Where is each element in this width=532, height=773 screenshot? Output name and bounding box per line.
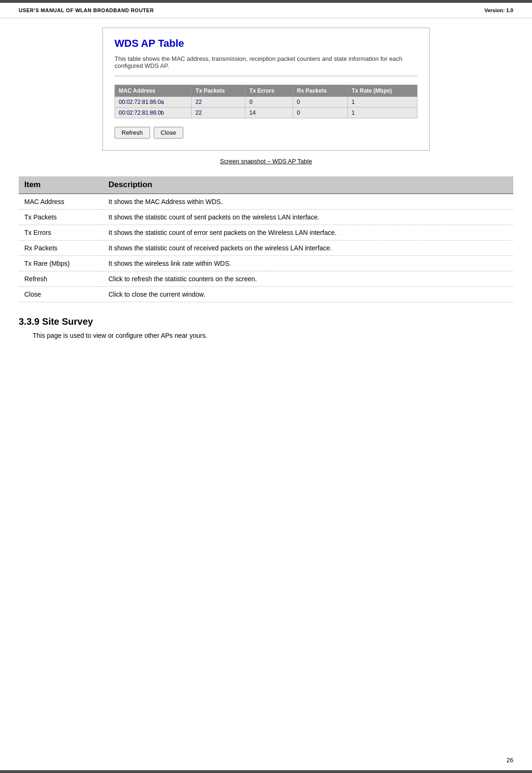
col-rx-packets: Rx Packets xyxy=(293,85,348,97)
desc-item-description: It shows the wireless link rate within W… xyxy=(103,256,513,271)
close-button[interactable]: Close xyxy=(154,127,183,139)
btn-group: Refresh Close xyxy=(115,127,417,139)
wds-table-header-row: MAC Address Tx Packets Tx Errors Rx Pack… xyxy=(115,85,417,97)
section-body: This page is used to view or configure o… xyxy=(33,332,513,339)
desc-item-name: Close xyxy=(19,287,103,302)
table-cell: 22 xyxy=(192,97,245,108)
desc-item-name: Tx Rare (Mbps) xyxy=(19,256,103,271)
desc-item-description: It shows the statistic count of received… xyxy=(103,241,513,256)
manual-title: USER'S MANUAL OF WLAN BROADBAND ROUTER xyxy=(19,7,154,13)
list-item: Tx Rare (Mbps)It shows the wireless link… xyxy=(19,256,513,271)
page-header: USER'S MANUAL OF WLAN BROADBAND ROUTER V… xyxy=(0,3,532,18)
bottom-bar xyxy=(0,770,532,773)
desc-item-name: Tx Packets xyxy=(19,210,103,225)
desc-table: Item Description MAC AddressIt shows the… xyxy=(19,176,513,302)
desc-item-name: Rx Packets xyxy=(19,241,103,256)
desc-col-description: Description xyxy=(103,176,513,194)
table-cell: 22 xyxy=(192,108,245,118)
desc-col-item: Item xyxy=(19,176,103,194)
desc-table-header-row: Item Description xyxy=(19,176,513,194)
list-item: Tx PacketsIt shows the statistic count o… xyxy=(19,210,513,225)
wds-table: MAC Address Tx Packets Tx Errors Rx Pack… xyxy=(115,85,417,118)
wds-panel-desc: This table shows the MAC address, transm… xyxy=(115,55,417,76)
desc-item-name: Tx Errors xyxy=(19,225,103,241)
table-cell: 0 xyxy=(293,108,348,118)
desc-item-name: MAC Address xyxy=(19,194,103,210)
table-cell: 1 xyxy=(348,97,417,108)
table-cell: 00:02:72:81:86:0a xyxy=(115,97,192,108)
table-cell: 0 xyxy=(293,97,348,108)
list-item: Rx PacketsIt shows the statistic count o… xyxy=(19,241,513,256)
col-tx-rate: Tx Rate (Mbps) xyxy=(348,85,417,97)
desc-item-description: Click to close the current window. xyxy=(103,287,513,302)
table-cell: 00:02:72:81:86:0b xyxy=(115,108,192,118)
table-cell: 0 xyxy=(245,97,293,108)
col-tx-packets: Tx Packets xyxy=(192,85,245,97)
list-item: CloseClick to close the current window. xyxy=(19,287,513,302)
desc-item-description: Click to refresh the statistic counters … xyxy=(103,271,513,287)
desc-item-description: It shows the MAC Address within WDS. xyxy=(103,194,513,210)
desc-item-description: It shows the statistic count of sent pac… xyxy=(103,210,513,225)
list-item: RefreshClick to refresh the statistic co… xyxy=(19,271,513,287)
version-label: Version: 1.0 xyxy=(484,7,513,13)
wds-panel-title: WDS AP Table xyxy=(115,37,417,50)
col-mac-address: MAC Address xyxy=(115,85,192,97)
list-item: Tx ErrorsIt shows the statistic count of… xyxy=(19,225,513,241)
col-tx-errors: Tx Errors xyxy=(245,85,293,97)
table-row: 00:02:72:81:86:0a22001 xyxy=(115,97,417,108)
table-row: 00:02:72:81:86:0b221401 xyxy=(115,108,417,118)
snapshot-label: Screen snapshot – WDS AP Table xyxy=(19,158,513,165)
main-content: WDS AP Table This table shows the MAC ad… xyxy=(0,28,532,339)
table-cell: 1 xyxy=(348,108,417,118)
desc-item-description: It shows the statistic count of error se… xyxy=(103,225,513,241)
section-heading: 3.3.9 Site Survey xyxy=(19,316,513,327)
wds-panel: WDS AP Table This table shows the MAC ad… xyxy=(102,28,430,151)
list-item: MAC AddressIt shows the MAC Address with… xyxy=(19,194,513,210)
desc-item-name: Refresh xyxy=(19,271,103,287)
refresh-button[interactable]: Refresh xyxy=(115,127,150,139)
table-cell: 14 xyxy=(245,108,293,118)
page-number: 26 xyxy=(507,757,513,764)
